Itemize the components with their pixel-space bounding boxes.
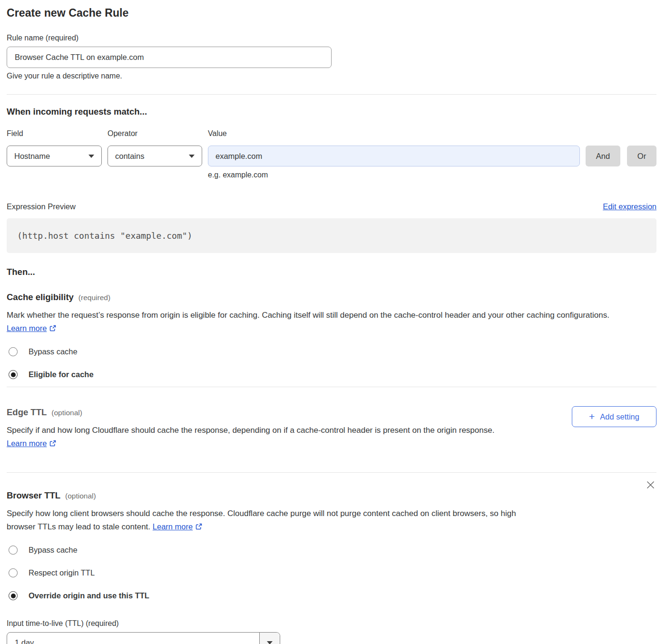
plus-icon: +	[589, 411, 595, 421]
add-setting-button[interactable]: + Add setting	[572, 406, 656, 427]
edge-ttl-description-text: Specify if and how long Cloudflare shoul…	[7, 426, 494, 435]
ttl-select[interactable]: 1 day	[7, 632, 280, 644]
edge-ttl-section: Edge TTL (optional) Specify if and how l…	[7, 387, 656, 458]
radio-option-respect-origin-ttl[interactable]: Respect origin TTL	[9, 568, 656, 577]
rule-name-input[interactable]	[7, 47, 332, 68]
edge-ttl-learn-more-link[interactable]: Learn more	[7, 439, 47, 448]
radio-option-eligible-for-cache[interactable]: Eligible for cache	[9, 370, 656, 379]
match-controls-row: Hostname contains And Or	[7, 146, 656, 166]
browser-ttl-title-row: Browser TTL (optional)	[7, 490, 656, 501]
cache-eligibility-title: Cache eligibility	[7, 292, 74, 302]
or-button[interactable]: Or	[627, 146, 656, 166]
external-link-icon	[49, 440, 56, 447]
browser-ttl-title: Browser TTL	[7, 490, 60, 501]
radio-option-override-origin-ttl[interactable]: Override origin and use this TTL	[9, 591, 656, 600]
cache-eligibility-section: Cache eligibility (required) Mark whethe…	[7, 277, 656, 379]
radio-button-selected[interactable]	[9, 370, 18, 379]
cache-eligibility-radio-group: Bypass cache Eligible for cache	[7, 347, 656, 379]
external-link-icon	[49, 325, 56, 332]
value-label: Value	[208, 129, 656, 138]
browser-ttl-learn-more-link[interactable]: Learn more	[153, 522, 193, 531]
edge-ttl-qualifier: (optional)	[51, 409, 82, 417]
cache-eligibility-description-text: Mark whether the request’s response from…	[7, 311, 609, 320]
edit-expression-link[interactable]: Edit expression	[603, 202, 656, 211]
ttl-select-caret-segment[interactable]	[259, 633, 280, 644]
cache-eligibility-title-row: Cache eligibility (required)	[7, 292, 656, 302]
cache-eligibility-learn-more-link[interactable]: Learn more	[7, 324, 47, 332]
radio-option-bypass-cache[interactable]: Bypass cache	[9, 546, 656, 555]
page-title: Create new Cache Rule	[7, 7, 656, 20]
edge-ttl-description: Specify if and how long Cloudflare shoul…	[7, 424, 528, 450]
match-labels-row: Field Operator Value	[7, 129, 656, 138]
rule-name-help: Give your rule a descriptive name.	[7, 72, 656, 80]
chevron-down-icon	[88, 155, 94, 158]
field-select-value: Hostname	[14, 152, 50, 161]
close-icon[interactable]	[645, 479, 656, 490]
ttl-select-value: 1 day	[7, 633, 259, 644]
browser-ttl-radio-group: Bypass cache Respect origin TTL Override…	[7, 546, 656, 600]
value-hint: e.g. example.com	[208, 171, 656, 179]
browser-ttl-description: Specify how long client browsers should …	[7, 507, 528, 533]
then-heading: Then...	[7, 267, 656, 277]
operator-label: Operator	[108, 129, 202, 138]
expression-header: Expression Preview Edit expression	[7, 202, 656, 211]
operator-select[interactable]: contains	[108, 146, 202, 166]
radio-label: Bypass cache	[29, 347, 78, 356]
edge-ttl-title-row: Edge TTL (optional)	[7, 407, 528, 418]
chevron-down-icon	[189, 155, 195, 158]
field-select[interactable]: Hostname	[7, 146, 102, 166]
browser-ttl-description-text: Specify how long client browsers should …	[7, 509, 516, 531]
edge-ttl-title: Edge TTL	[7, 407, 47, 418]
create-cache-rule-form: Create new Cache Rule Rule name (require…	[0, 0, 666, 644]
radio-label: Bypass cache	[29, 546, 78, 555]
expression-preview-code: (http.host contains "example.com")	[7, 218, 656, 253]
radio-label: Respect origin TTL	[29, 568, 95, 577]
operator-select-value: contains	[115, 152, 144, 161]
match-heading: When incoming requests match...	[7, 107, 656, 117]
field-label: Field	[7, 129, 102, 138]
value-input[interactable]	[208, 146, 580, 166]
external-link-icon	[196, 523, 202, 530]
radio-button-selected[interactable]	[9, 591, 18, 600]
browser-ttl-qualifier: (optional)	[65, 492, 96, 500]
radio-label: Eligible for cache	[29, 370, 94, 379]
cache-eligibility-description: Mark whether the request’s response from…	[7, 309, 646, 335]
cache-eligibility-qualifier: (required)	[78, 293, 110, 302]
rule-name-label: Rule name (required)	[7, 34, 656, 42]
and-button[interactable]: And	[586, 146, 620, 166]
radio-option-bypass-cache[interactable]: Bypass cache	[9, 347, 656, 356]
edge-ttl-text-block: Edge TTL (optional) Specify if and how l…	[7, 407, 528, 458]
browser-ttl-section: Browser TTL (optional) Specify how long …	[7, 473, 656, 644]
radio-button[interactable]	[9, 546, 18, 555]
chevron-down-icon	[267, 641, 273, 644]
add-setting-button-label: Add setting	[600, 412, 639, 421]
expression-preview-label: Expression Preview	[7, 202, 76, 211]
radio-button[interactable]	[9, 347, 18, 356]
radio-label: Override origin and use this TTL	[29, 591, 149, 600]
ttl-input-label: Input time-to-live (TTL) (required)	[7, 619, 656, 628]
radio-button[interactable]	[9, 568, 18, 577]
